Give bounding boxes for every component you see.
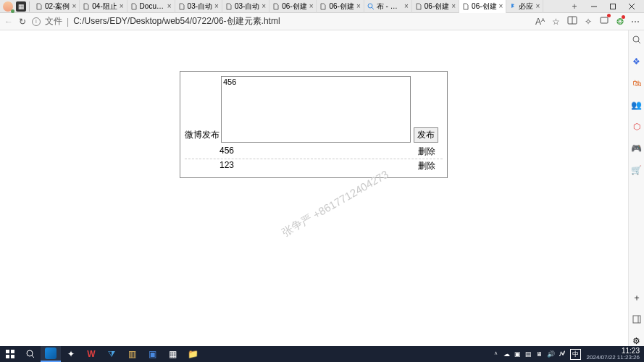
close-tab-icon[interactable]: × [356,2,361,10]
tab-3[interactable]: 03-自动× [175,0,222,13]
publish-label: 微博发布 [185,129,219,143]
tab-4[interactable]: 03-自动× [222,0,269,13]
publish-button[interactable]: 发布 [414,127,438,143]
file-icon [130,3,138,10]
zoom-icon[interactable]: ▣ [142,346,162,362]
ime-indicator[interactable]: 中 [570,349,581,360]
post-item: 456删除 [185,145,443,159]
m365-icon[interactable]: ⬡ [632,122,642,132]
minimize-button[interactable] [585,0,603,13]
cart-icon[interactable]: 🛒 [632,165,642,175]
delete-link[interactable]: 删除 [418,160,435,172]
hide-sidebar-icon[interactable] [632,314,642,324]
close-tab-icon[interactable]: × [451,2,456,10]
tab-5[interactable]: 06-创建× [269,0,317,13]
svg-line-10 [638,41,640,43]
site-info-icon[interactable]: i [32,17,41,26]
taskbar-right: ＾ ☁ ▣ ▤ 🖥 🔊 🗲 中 11:23 2024/07/22 11:23:2… [493,348,644,361]
svg-rect-15 [6,355,9,358]
close-tab-icon[interactable]: × [535,2,540,10]
vscode-icon[interactable]: ⧩ [101,346,122,362]
page-content: 微博发布 发布 456删除123删除 张争严 +8617712404273 [0,30,628,346]
cloud-icon[interactable]: ☁ [503,350,510,358]
browser-essentials-icon[interactable]: ❂ [616,17,624,27]
post-list: 456删除123删除 [185,145,443,173]
tray-chevron-icon[interactable]: ＾ [493,350,499,359]
tab-6[interactable]: 06-创建× [317,0,364,13]
tab-label: 03-自动 [188,1,212,12]
close-tab-icon[interactable]: × [309,2,314,10]
reload-button[interactable]: ↻ [19,17,26,27]
collections-icon[interactable]: ✧ [585,17,592,27]
bing-icon [509,3,517,10]
close-tab-icon[interactable]: × [404,2,409,10]
tab-0[interactable]: 02-案例× [33,0,80,13]
app-icon-1[interactable]: ✦ [61,346,81,362]
close-tab-icon[interactable]: × [214,2,219,10]
file-icon [83,3,90,10]
tab-8[interactable]: 06-创建× [412,0,459,13]
games-icon[interactable]: 🎮 [632,143,642,153]
svg-point-9 [633,36,639,42]
close-tab-icon[interactable]: × [120,2,124,10]
delete-link[interactable]: 删除 [418,146,435,158]
more-icon[interactable]: ⋯ [631,17,640,27]
post-text: 456 [219,146,418,158]
tab-label: 02-案例 [45,1,70,12]
people-icon[interactable]: 👥 [632,100,642,110]
tab-1[interactable]: 04-阻止× [80,0,127,13]
tab-9[interactable]: 06-创建× [459,0,506,13]
add-sidebar-icon[interactable]: ＋ [632,292,642,303]
tab-10[interactable]: 必应× [506,0,543,13]
split-screen-icon[interactable] [567,15,577,28]
tray-icon-2[interactable]: ▤ [525,350,532,358]
start-button[interactable] [0,346,20,362]
tab-strip: 02-案例×04-阻止×Docume×03-自动×03-自动×06-创建×06-… [33,0,564,13]
search-button[interactable] [20,346,41,362]
maximize-button[interactable] [603,0,622,13]
back-button[interactable]: ← [4,17,13,27]
url-scheme: 文件 [45,15,62,28]
address-bar[interactable]: i 文件 | C:/Users/EDY/Desktop/web54/0722/0… [32,15,530,28]
tab-actions-icon[interactable]: ▦ [16,1,26,12]
file-icon [272,3,280,10]
tray-icon-1[interactable]: ▣ [514,350,521,358]
svg-rect-16 [11,355,14,358]
watermark: 张争严 +8617712404273 [280,168,391,240]
close-tab-icon[interactable]: × [262,2,266,10]
explorer-icon[interactable]: ▥ [122,346,142,362]
file-icon [415,3,422,10]
edge-taskbar-icon[interactable] [41,346,61,362]
extensions-icon[interactable] [599,15,609,28]
post-item: 123删除 [185,159,443,173]
search-icon[interactable] [632,35,642,45]
read-aloud-icon[interactable]: Aᴬ [535,17,545,27]
settings-icon[interactable]: ⚙ [632,336,642,346]
tab-7[interactable]: 布 - 搜索× [364,0,412,13]
profile-icon[interactable] [3,1,13,12]
compose-textarea[interactable] [221,76,411,143]
close-tab-icon[interactable]: × [499,2,503,10]
close-tab-icon[interactable]: × [72,2,76,10]
shopping-icon[interactable]: 🛍 [632,78,642,88]
app-icon-2[interactable]: ▦ [162,346,183,362]
network-icon[interactable]: 🖥 [536,350,543,358]
favorite-icon[interactable]: ☆ [552,17,560,27]
system-tray[interactable]: ＾ ☁ ▣ ▤ 🖥 🔊 🗲 中 [493,349,581,360]
file-icon [319,3,327,10]
file-icon [178,3,185,10]
file-icon [225,3,233,10]
folder-icon[interactable]: 📁 [183,346,203,362]
battery-icon[interactable]: 🗲 [559,350,566,358]
close-window-button[interactable] [622,0,641,13]
volume-icon[interactable]: 🔊 [547,350,555,358]
weibo-box: 微博发布 发布 456删除123删除 [180,71,448,178]
tools-icon[interactable]: ❖ [632,56,642,67]
tab-2[interactable]: Docume× [127,0,175,13]
svg-line-18 [32,355,34,358]
clock[interactable]: 11:23 2024/07/22 11:23:26 [587,348,640,361]
new-tab-button[interactable]: + [567,1,582,12]
wps-icon[interactable]: W [81,346,101,362]
publish-row: 微博发布 发布 [185,76,443,143]
close-tab-icon[interactable]: × [167,2,172,10]
